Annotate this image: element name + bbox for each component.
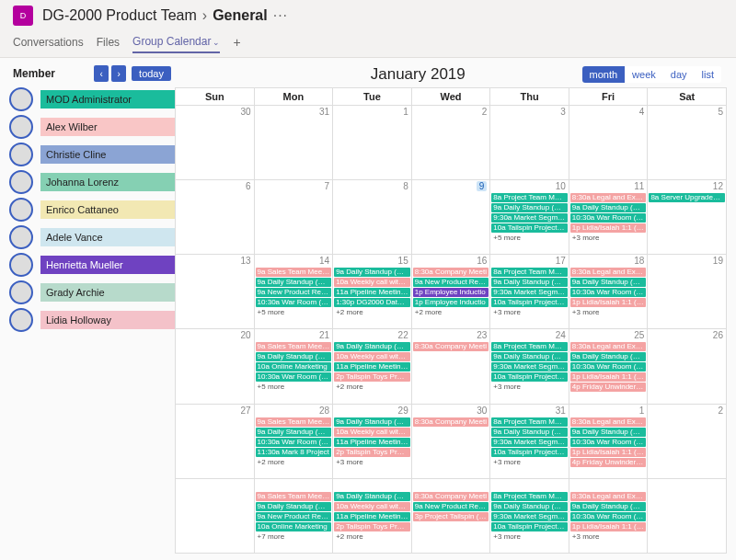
calendar-cell[interactable]: 289a Sales Team Meeting9a Daily Standup … <box>255 405 334 479</box>
view-list-button[interactable]: list <box>695 66 721 83</box>
calendar-event[interactable]: 8:30a Company Meeti <box>413 417 489 427</box>
calendar-event[interactable]: 9a New Product Regul <box>413 502 489 511</box>
calendar-cell[interactable]: 118:30a Legal and Execu9a Daily Standup … <box>569 180 649 255</box>
calendar-event[interactable]: 9a Daily Standup (MA) <box>491 203 568 212</box>
calendar-cell[interactable]: 219a Sales Team Meeting9a Daily Standup … <box>255 329 334 404</box>
calendar-event[interactable]: 11:30a Mark 8 Project <box>256 448 332 457</box>
calendar-cell[interactable]: 248a Project Team Meeti9a Daily Standup … <box>490 329 569 404</box>
calendar-cell[interactable]: 9a Daily Standup (MA)10a Weekly call wit… <box>333 479 412 554</box>
calendar-event[interactable]: 10a Tailspin Project Di <box>491 522 568 531</box>
chevron-down-icon[interactable]: ⌄ <box>213 38 220 47</box>
calendar-cell[interactable]: 178a Project Team Meeti9a Daily Standup … <box>490 255 569 329</box>
tab-conversations[interactable]: Conversations <box>13 32 84 52</box>
calendar-cell[interactable]: 238:30a Company Meeti <box>412 329 491 404</box>
more-events-link[interactable]: +2 more <box>334 308 410 316</box>
view-month-button[interactable]: month <box>582 66 626 83</box>
calendar-cell[interactable]: 128a Server Upgrades (M <box>648 180 727 255</box>
calendar-cell[interactable]: 318a Project Team Meeti9a Daily Standup … <box>490 405 569 479</box>
calendar-cell[interactable]: 8:30a Company Meeti9a New Product Regul3… <box>412 479 491 554</box>
calendar-event[interactable]: 8a Server Upgrades (M <box>649 193 725 202</box>
calendar-cell[interactable]: 1 <box>333 106 412 180</box>
add-tab-button[interactable]: + <box>233 35 240 50</box>
calendar-cell[interactable]: 19 <box>648 255 727 329</box>
calendar-cell[interactable]: 159a Daily Standup (MA)10a Weekly call w… <box>333 255 412 329</box>
calendar-event[interactable]: 2p Tailspin Toys Propo <box>334 448 410 457</box>
calendar-cell[interactable]: 149a Sales Team Meeting9a Daily Standup … <box>255 255 334 329</box>
calendar-cell[interactable]: 258:30a Legal and Execu9a Daily Standup … <box>569 329 649 404</box>
calendar-event[interactable]: 9a Daily Standup (MA) <box>491 428 568 437</box>
calendar-cell[interactable]: 7 <box>255 180 334 255</box>
calendar-event[interactable]: 8:30a Company Meeti <box>413 268 489 277</box>
calendar-event[interactable]: 1p Employee Inductio <box>413 288 489 297</box>
next-period-button[interactable]: › <box>111 65 126 82</box>
calendar-event[interactable]: 8a Project Team Meeti <box>491 268 568 277</box>
member-row[interactable]: Enrico Cattaneo <box>9 196 175 223</box>
calendar-cell[interactable]: 299a Daily Standup (MA)10a Weekly call w… <box>333 405 412 479</box>
calendar-event[interactable]: 1p Lidia/Isaiah 1:1 (LH <box>570 372 647 382</box>
calendar-event[interactable]: 9a Daily Standup (MA) <box>256 352 332 361</box>
tab-files[interactable]: Files <box>97 32 120 52</box>
calendar-event[interactable]: 8a Project Team Meeti <box>491 342 568 351</box>
more-events-link[interactable]: +3 more <box>570 532 647 541</box>
calendar-event[interactable]: 1:30p DG2000 Data Sh <box>334 298 410 307</box>
member-row[interactable]: Alex Wilber <box>9 113 175 141</box>
calendar-cell[interactable]: 8a Project Team Meeti9a Daily Standup (M… <box>490 479 569 554</box>
calendar-event[interactable]: 1p Employee Inductio <box>413 298 489 307</box>
calendar-event[interactable]: 9a Daily Standup (MA) <box>256 278 332 287</box>
calendar-event[interactable]: 1p Lidia/Isaiah 1:1 (LH <box>570 223 647 233</box>
calendar-cell[interactable] <box>176 479 255 554</box>
more-events-link[interactable]: +5 more <box>491 234 568 242</box>
today-button[interactable]: today <box>132 66 171 81</box>
calendar-event[interactable]: 10a Tailspin Project Di <box>491 223 568 233</box>
calendar-event[interactable]: 9a Sales Team Meeting <box>256 417 332 427</box>
calendar-event[interactable]: 9:30a Market Segment <box>491 288 568 297</box>
calendar-cell[interactable]: 8 <box>333 180 412 255</box>
calendar-cell[interactable]: 5 <box>648 106 727 180</box>
calendar-cell[interactable]: 108a Project Team Meeti9a Daily Standup … <box>490 180 569 255</box>
prev-period-button[interactable]: ‹ <box>94 65 109 82</box>
calendar-event[interactable]: 10a Tailspin Project Di <box>491 372 568 382</box>
calendar-event[interactable]: 8a Project Team Meeti <box>491 193 568 202</box>
member-row[interactable]: Henrietta Mueller <box>9 251 175 279</box>
more-events-link[interactable]: +3 more <box>491 458 568 466</box>
calendar-event[interactable]: 1p Lidia/Isaiah 1:1 (LH <box>570 448 647 457</box>
channel-name[interactable]: General <box>213 7 268 24</box>
calendar-cell[interactable]: 27 <box>176 405 255 479</box>
view-day-button[interactable]: day <box>663 66 695 83</box>
more-events-link[interactable]: +3 more <box>334 458 410 466</box>
calendar-event[interactable]: 11a Pipeline Meeting ( <box>334 438 410 447</box>
calendar-event[interactable]: 10a Tailspin Project Di <box>491 298 568 307</box>
calendar-event[interactable]: 10:30a War Room (MA <box>570 512 647 521</box>
calendar-event[interactable]: 9a Daily Standup (MA) <box>570 502 647 511</box>
calendar-cell[interactable]: 308:30a Company Meeti <box>412 405 491 479</box>
calendar-cell[interactable]: 229a Daily Standup (MA)10a Weekly call w… <box>333 329 412 404</box>
member-row[interactable]: Adele Vance <box>9 223 175 251</box>
calendar-event[interactable]: 8:30a Legal and Execu <box>570 193 647 202</box>
calendar-event[interactable]: 4p Friday Unwinder (L <box>570 458 647 467</box>
calendar-event[interactable]: 9a Daily Standup (MA) <box>570 203 647 212</box>
more-events-link[interactable]: +5 more <box>256 308 332 316</box>
calendar-event[interactable]: 10:30a War Room (MA <box>570 288 647 297</box>
calendar-event[interactable]: 10a Weekly call with S <box>334 502 410 511</box>
calendar-event[interactable]: 9:30a Market Segment <box>491 438 568 447</box>
calendar-event[interactable]: 11a Pipeline Meeting ( <box>334 288 410 297</box>
calendar-event[interactable]: 9a Daily Standup (MA) <box>570 352 647 361</box>
calendar-event[interactable]: 9a Sales Team Meeting <box>256 492 332 501</box>
calendar-event[interactable]: 10a Weekly call with S <box>334 352 410 361</box>
calendar-event[interactable]: 9a Daily Standup (MA) <box>570 428 647 437</box>
calendar-event[interactable]: 9a Daily Standup (MA) <box>256 428 332 437</box>
calendar-event[interactable]: 2p Tailspin Toys Propo <box>334 372 410 382</box>
calendar-cell[interactable]: 9 <box>412 180 491 255</box>
calendar-event[interactable]: 9a New Product Regul <box>413 278 489 287</box>
team-name[interactable]: DG-2000 Product Team <box>42 7 197 24</box>
calendar-event[interactable]: 10a Weekly call with S <box>334 278 410 287</box>
more-events-link[interactable]: +3 more <box>570 308 647 316</box>
calendar-cell[interactable]: 2 <box>412 106 491 180</box>
more-events-link[interactable]: +2 more <box>334 532 410 541</box>
calendar-event[interactable]: 8a Project Team Meeti <box>491 417 568 427</box>
calendar-event[interactable]: 10:30a War Room (MA <box>570 438 647 447</box>
calendar-event[interactable]: 8:30a Legal and Execu <box>570 268 647 277</box>
more-events-link[interactable]: +3 more <box>491 383 568 391</box>
calendar-cell[interactable]: 188:30a Legal and Execu9a Daily Standup … <box>569 255 649 329</box>
calendar-event[interactable]: 3p Project Tailspin (LH <box>413 512 489 521</box>
